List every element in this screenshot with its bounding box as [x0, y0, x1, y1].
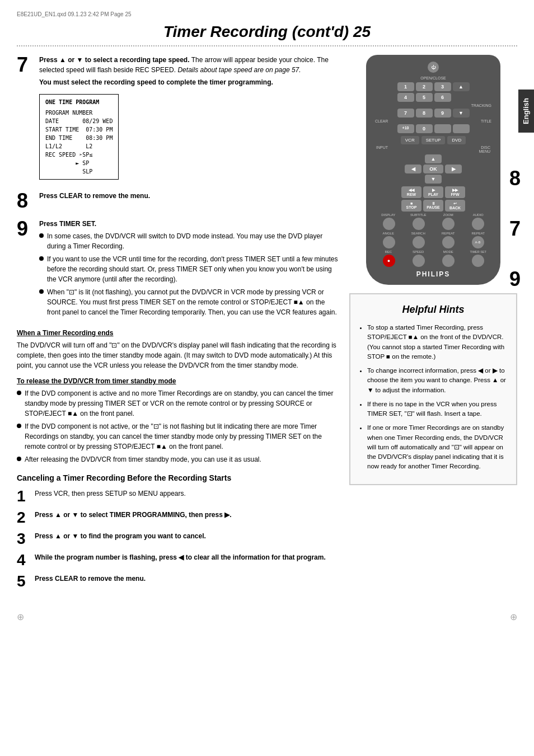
title-label: TITLE — [481, 119, 491, 123]
step9-bullet3: When "⊡" is lit (not flashing), you cann… — [47, 287, 338, 317]
step9-heading: Press TIMER SET. — [39, 219, 338, 229]
btn-5[interactable]: 5 — [416, 93, 433, 102]
btn-down[interactable]: ▼ — [453, 109, 470, 118]
repeat-label: REPEAT — [434, 232, 463, 235]
timer-ends-text: The DVD/VCR will turn off and "⊡" on the… — [17, 340, 338, 370]
input-disc-row: INPUT DISCMENU — [374, 145, 493, 153]
step-9-block: 9 Press TIMER SET. In some cases, the DV… — [17, 219, 338, 320]
timerset-btn[interactable] — [472, 255, 484, 267]
step9-bullet1: In some cases, the DVD/VCR will switch t… — [47, 231, 338, 251]
step8-text: Press CLEAR to remove the menu. — [39, 192, 150, 200]
btn-7[interactable]: 7 — [397, 109, 414, 118]
dvd-btn[interactable]: DVD — [447, 136, 466, 144]
step-8-number: 8 — [17, 191, 34, 211]
onetime-line5: L1/L2 L2 — [45, 142, 113, 151]
left-column: 7 Press ▲ or ▼ to select a recording tap… — [17, 55, 338, 595]
clear-label: CLEAR — [375, 119, 388, 123]
back-btn[interactable]: ↩BACK — [445, 200, 465, 212]
rec-btn[interactable]: ● — [383, 255, 395, 267]
bullet-dot — [17, 457, 21, 461]
onetime-line4: END TIME 08:30 PM — [45, 134, 113, 142]
ffw-btn[interactable]: ▶▶FFW — [445, 186, 465, 198]
btn-up[interactable]: ▲ — [453, 82, 470, 91]
speed-btn[interactable] — [413, 255, 425, 267]
btn-0[interactable]: 0 — [416, 124, 433, 133]
btn-1[interactable]: 1 — [397, 82, 414, 91]
stop-btn[interactable]: ■STOP — [401, 200, 421, 212]
nav-lr-row: ◀ OK ▶ — [374, 165, 493, 173]
speed-label: SPEED — [404, 250, 433, 253]
num-row2: 4 5 6 — [374, 93, 493, 102]
nav-up-btn[interactable]: ▲ — [425, 154, 442, 163]
transport-row2: ■STOP ⏸PAUSE ↩BACK — [374, 200, 493, 212]
step9-bullets: In some cases, the DVD/VCR will switch t… — [39, 231, 338, 317]
tracking-label: TRACKING — [374, 104, 493, 107]
bullet-dot — [39, 256, 44, 261]
btn-8[interactable]: 8 — [416, 109, 433, 118]
zoom-btn[interactable] — [442, 218, 455, 230]
num-row3: 7 8 9 ▼ — [374, 109, 493, 118]
num-row4: +10 0 — [374, 124, 493, 133]
repeat2-btn[interactable]: A-B — [472, 236, 484, 248]
btn-plus10[interactable]: +10 — [397, 124, 414, 133]
clear-title-row: CLEAR TITLE — [374, 119, 493, 123]
mode-btn[interactable] — [442, 255, 455, 267]
disc-menu-label: DISCMENU — [479, 145, 490, 153]
open-close-label: OPEN/CLOSE — [374, 76, 493, 80]
btn-4[interactable]: 4 — [397, 93, 414, 102]
nav-down-btn[interactable]: ▼ — [425, 175, 442, 184]
nav-left-btn[interactable]: ◀ — [405, 165, 421, 173]
onetime-line8: SLP — [45, 167, 113, 176]
search-btn[interactable] — [413, 236, 425, 248]
bullet-dot — [17, 424, 21, 428]
rew-btn[interactable]: ◀◀REW — [401, 186, 421, 198]
nav-right-btn[interactable]: ▶ — [445, 165, 462, 173]
onetime-line3: START TIME 07:30 PM — [45, 125, 113, 134]
step7-italic: Details about tape speed are on page 57. — [177, 66, 301, 74]
remote-step7-label: 7 — [509, 217, 521, 241]
remote-step9-label: 9 — [509, 267, 521, 291]
display-btn[interactable] — [383, 218, 395, 230]
cancel-step4-num: 4 — [17, 552, 29, 568]
subtitle-btn[interactable] — [413, 218, 425, 230]
btn-clear[interactable] — [434, 124, 451, 133]
setup-btn[interactable]: SETUP — [421, 136, 446, 144]
num-row1: 1 2 3 ▲ — [374, 82, 493, 91]
cancel-step-5: 5 Press CLEAR to remove the menu. — [17, 574, 338, 589]
step-7-content: Press ▲ or ▼ to select a recording tape … — [39, 55, 338, 183]
list-item: When "⊡" is lit (not flashing), you cann… — [39, 287, 338, 317]
philips-logo: PHILIPS — [374, 270, 493, 278]
audio-btn[interactable] — [472, 218, 484, 230]
ok-btn[interactable]: OK — [423, 165, 443, 173]
repeat-btn[interactable] — [442, 236, 455, 248]
btn-2[interactable]: 2 — [416, 82, 433, 91]
btn-9[interactable]: 9 — [434, 109, 451, 118]
remote-control: ⏻ OPEN/CLOSE 1 2 3 ▲ 4 — [366, 55, 500, 285]
list-item: If the DVD component is not active, or t… — [17, 421, 338, 452]
btn-title[interactable] — [453, 124, 470, 133]
tracking-placeholder — [453, 93, 470, 102]
cancel-step2-num: 2 — [17, 510, 29, 525]
main-content: 7 Press ▲ or ▼ to select a recording tap… — [17, 55, 517, 595]
onetime-line2: DATE 08/29 WED — [45, 117, 113, 125]
angle-btn[interactable] — [383, 236, 395, 248]
angle-label: ANGLE — [374, 232, 403, 235]
vcr-btn[interactable]: VCR — [401, 136, 419, 144]
list-item: After releasing the DVD/VCR from timer s… — [17, 454, 338, 464]
crosshair-right: ⊕ — [510, 612, 517, 622]
cancel-heading: Canceling a Timer Recording Before the R… — [17, 472, 338, 484]
cancel-step1-num: 1 — [17, 489, 29, 504]
play-btn[interactable]: ▶PLAY — [423, 186, 443, 198]
list-item: To stop a started Timer Recording, press… — [367, 323, 508, 361]
divider — [17, 45, 517, 46]
rec-label: REC — [374, 250, 403, 253]
release-bullet2: If the DVD component is not active, or t… — [25, 421, 338, 452]
btn-3[interactable]: 3 — [434, 82, 451, 91]
btn-6[interactable]: 6 — [434, 93, 451, 102]
bullet-dot — [39, 289, 44, 294]
pause-btn[interactable]: ⏸PAUSE — [423, 200, 443, 212]
cancel-step2-content: Press ▲ or ▼ to select TIMER PROGRAMMING… — [35, 510, 338, 520]
nav-up-area: ▲ — [374, 154, 493, 163]
power-button[interactable]: ⏻ — [428, 62, 439, 73]
function-labels: DISPLAY SUBTITLE ZOOM AUDIO — [374, 213, 493, 217]
